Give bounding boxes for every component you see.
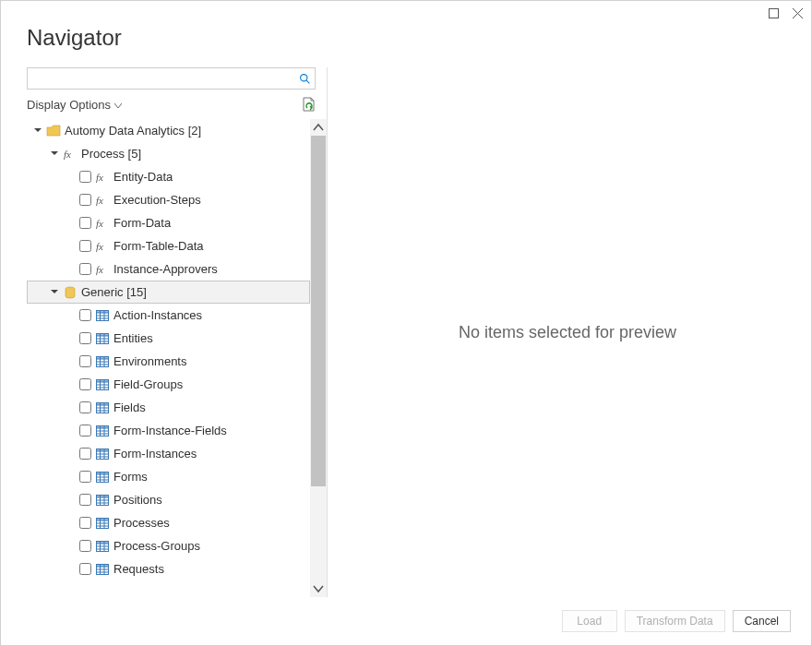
table-icon (95, 308, 110, 323)
svg-text:fx: fx (96, 218, 103, 229)
navigator-left-pane: Display Options Automy Data Analytics [2… (8, 67, 327, 597)
tree-checkbox[interactable] (79, 471, 91, 483)
search-icon[interactable] (294, 73, 315, 85)
tree-row[interactable]: Process-Groups (27, 534, 310, 557)
svg-rect-88 (97, 541, 109, 544)
disclosure-icon[interactable] (50, 285, 59, 299)
tree-checkbox[interactable] (79, 378, 91, 390)
preview-empty-message: No items selected for preview (459, 323, 676, 342)
db-icon (63, 285, 78, 300)
tree-scrollbar[interactable] (310, 119, 327, 597)
svg-rect-46 (97, 402, 109, 405)
tree-checkbox[interactable] (79, 240, 91, 252)
tree-checkbox[interactable] (79, 171, 91, 183)
svg-text:fx: fx (96, 195, 103, 206)
tree-checkbox[interactable] (79, 425, 91, 437)
tree-row[interactable]: Entities (27, 327, 310, 350)
table-icon (95, 424, 110, 438)
tree-row[interactable]: Action-Instances (27, 304, 310, 327)
table-icon (95, 470, 110, 484)
tree-checkbox[interactable] (79, 401, 91, 413)
tree-row[interactable]: fx Execution-Steps (27, 188, 310, 211)
tree-checkbox[interactable] (79, 194, 91, 206)
tree-row[interactable]: Forms (27, 465, 310, 488)
tree-label: Entity-Data (113, 170, 173, 184)
svg-rect-95 (97, 564, 109, 567)
svg-rect-0 (769, 8, 778, 18)
tree-checkbox[interactable] (79, 448, 91, 460)
tree-checkbox[interactable] (79, 309, 91, 321)
tree-checkbox[interactable] (79, 332, 91, 344)
disclosure-icon[interactable] (50, 147, 59, 161)
tree-row[interactable]: Requests (27, 557, 310, 580)
tree-label: Form-Instance-Fields (113, 424, 227, 437)
tree-row[interactable]: Fields (27, 396, 310, 419)
tree-checkbox[interactable] (79, 563, 91, 575)
pane-divider (327, 67, 328, 597)
tree-row[interactable]: Processes (27, 511, 310, 534)
tree-label: Action-Instances (113, 308, 202, 322)
tree-row[interactable]: fx Form-Data (27, 211, 310, 234)
tree-row[interactable]: Positions (27, 488, 310, 511)
tree-row[interactable]: Form-Instance-Fields (27, 419, 310, 442)
object-tree[interactable]: Automy Data Analytics [2] fx Process [5]… (27, 119, 310, 597)
tree-row[interactable]: Automy Data Analytics [2] (27, 119, 310, 142)
folder-icon (46, 124, 61, 138)
tree-row[interactable]: Field-Groups (27, 373, 310, 396)
table-icon (95, 331, 110, 346)
tree-label: Environments (113, 354, 186, 368)
table-icon (95, 539, 110, 554)
tree-row[interactable]: fx Form-Table-Data (27, 234, 310, 257)
svg-rect-74 (97, 495, 109, 497)
svg-text:fx: fx (64, 149, 71, 160)
load-button[interactable]: Load (562, 610, 617, 632)
tree-row[interactable]: Generic [15] (27, 281, 310, 304)
tree-row[interactable]: fx Process [5] (27, 142, 310, 165)
tree-label: Process [5] (81, 147, 141, 161)
tree-checkbox[interactable] (79, 494, 91, 506)
window-titlebar (1, 1, 811, 19)
fx-icon: fx (95, 262, 110, 277)
svg-text:fx: fx (96, 172, 103, 183)
tree-row[interactable]: Environments (27, 350, 310, 373)
svg-text:fx: fx (96, 264, 103, 275)
chevron-down-icon (114, 98, 122, 112)
tree-label: Processes (113, 516, 170, 530)
search-input[interactable] (28, 70, 294, 88)
tree-label: Positions (113, 493, 162, 507)
scrollbar-thumb[interactable] (311, 136, 326, 486)
table-icon (95, 447, 110, 461)
table-icon (95, 377, 110, 392)
disclosure-icon[interactable] (33, 124, 42, 138)
close-icon[interactable] (791, 6, 804, 19)
tree-checkbox[interactable] (79, 517, 91, 529)
display-options-label: Display Options (27, 98, 111, 112)
tree-label: Instance-Approvers (113, 262, 218, 276)
table-icon (95, 401, 110, 415)
transform-data-button[interactable]: Transform Data (625, 610, 725, 632)
tree-checkbox[interactable] (79, 217, 91, 229)
tree-label: Forms (113, 470, 148, 484)
tree-label: Execution-Steps (113, 193, 201, 207)
scroll-down-arrow[interactable] (310, 580, 327, 597)
tree-row[interactable]: Form-Instances (27, 442, 310, 465)
tree-checkbox[interactable] (79, 263, 91, 275)
search-box[interactable] (27, 67, 316, 90)
tree-checkbox[interactable] (79, 540, 91, 552)
cancel-button[interactable]: Cancel (733, 610, 791, 632)
refresh-icon[interactable] (301, 97, 316, 112)
svg-point-3 (300, 74, 306, 80)
tree-row[interactable]: fx Instance-Approvers (27, 257, 310, 281)
tree-label: Requests (113, 562, 164, 576)
tree-row[interactable]: fx Entity-Data (27, 165, 310, 188)
maximize-icon[interactable] (767, 6, 780, 19)
scroll-up-arrow[interactable] (310, 119, 327, 136)
svg-rect-81 (97, 518, 109, 520)
display-options-dropdown[interactable]: Display Options (27, 98, 122, 112)
svg-rect-39 (97, 379, 109, 382)
tree-checkbox[interactable] (79, 355, 91, 367)
tree-label: Generic [15] (81, 285, 147, 299)
table-icon (95, 562, 110, 577)
dialog-footer: Load Transform Data Cancel (1, 597, 811, 645)
fx-icon: fx (63, 147, 78, 162)
